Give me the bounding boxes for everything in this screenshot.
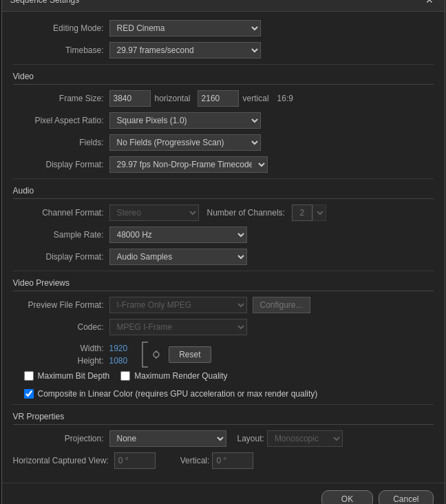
max-bit-depth-label: Maximum Bit Depth <box>38 371 110 381</box>
editing-mode-row: Editing Mode: RED Cinema <box>13 20 434 36</box>
layout-select[interactable]: Monoscopic <box>267 430 343 447</box>
preview-width-label: Width: <box>13 344 109 353</box>
audio-separator <box>13 178 434 179</box>
width-height-group: Width: 1920 Height: 1080 Rese <box>13 341 434 368</box>
preview-file-format-row: Preview File Format: I-Frame Only MPEG C… <box>13 297 434 313</box>
timebase-row: Timebase: 29.97 frames/second <box>13 42 434 59</box>
dialog-buttons: OK Cancel <box>2 483 445 504</box>
preview-height-value: 1080 <box>109 356 128 366</box>
max-render-quality-checkbox[interactable] <box>120 371 130 381</box>
horizontal-label: horizontal <box>155 94 191 103</box>
close-button[interactable]: ✕ <box>423 0 436 6</box>
preview-width-row: Width: 1920 <box>13 344 128 353</box>
ok-button[interactable]: OK <box>321 490 373 504</box>
frame-width-input[interactable]: 3840 <box>109 90 151 107</box>
link-icon <box>152 350 160 359</box>
preview-file-format-label: Preview File Format: <box>13 300 109 310</box>
sample-rate-select[interactable]: 48000 Hz <box>109 227 247 243</box>
pixel-aspect-ratio-row: Pixel Aspect Ratio: Square Pixels (1.0) <box>13 112 434 129</box>
projection-label: Projection: <box>13 434 109 443</box>
composite-linear-checkbox[interactable] <box>24 389 34 399</box>
video-previews-separator <box>13 271 434 271</box>
vertical-captured-label: Vertical: <box>180 456 210 465</box>
num-channels-label: Number of Channels: <box>207 208 285 218</box>
video-separator <box>13 64 434 65</box>
codec-label: Codec: <box>13 322 109 332</box>
timebase-select[interactable]: 29.97 frames/second <box>109 42 261 59</box>
captured-view-row: Horizontal Captured View: Vertical: <box>13 452 434 469</box>
video-section-header: Video <box>13 72 434 85</box>
composite-linear-row: Composite in Linear Color (requires GPU … <box>24 389 434 399</box>
codec-row: Codec: MPEG I-Frame <box>13 319 434 335</box>
projection-select[interactable]: None <box>109 430 226 447</box>
codec-select[interactable]: MPEG I-Frame <box>109 319 247 335</box>
channel-format-label: Channel Format: <box>13 208 109 218</box>
bracket-icon <box>136 341 149 368</box>
channels-value-input <box>292 204 312 221</box>
preview-width-value: 1920 <box>109 344 128 353</box>
configure-button[interactable]: Configure... <box>253 297 310 313</box>
composite-linear-label: Composite in Linear Color (requires GPU … <box>38 389 318 399</box>
reset-button[interactable]: Reset <box>169 346 211 363</box>
horizontal-captured-input[interactable] <box>114 452 156 469</box>
pixel-aspect-ratio-label: Pixel Aspect Ratio: <box>13 116 109 125</box>
bracket-area <box>136 341 160 368</box>
cancel-button[interactable]: Cancel <box>379 490 433 504</box>
display-format-video-row: Display Format: 29.97 fps Non-Drop-Frame… <box>13 156 434 173</box>
pixel-aspect-ratio-select[interactable]: Square Pixels (1.0) <box>109 112 261 129</box>
channel-format-row: Channel Format: Stereo Number of Channel… <box>13 204 434 221</box>
sample-rate-row: Sample Rate: 48000 Hz <box>13 227 434 243</box>
video-previews-section-header: Video Previews <box>13 278 434 291</box>
channel-format-select[interactable]: Stereo <box>109 204 199 221</box>
svg-point-0 <box>153 352 159 357</box>
editing-mode-select[interactable]: RED Cinema <box>109 20 261 36</box>
dialog-title: Sequence Settings <box>10 0 80 5</box>
fields-select[interactable]: No Fields (Progressive Scan) <box>109 134 261 151</box>
max-render-quality-row: Maximum Render Quality <box>120 371 227 381</box>
frame-height-input[interactable]: 2160 <box>198 90 239 107</box>
frame-size-row: Frame Size: 3840 horizontal 2160 vertica… <box>13 90 434 107</box>
channels-arrow[interactable] <box>312 204 326 221</box>
preview-file-format-select[interactable]: I-Frame Only MPEG <box>109 297 247 313</box>
aspect-ratio-label: 16:9 <box>277 94 293 103</box>
projection-row: Projection: None Layout: Monoscopic <box>13 430 434 447</box>
vr-separator <box>13 404 434 405</box>
frame-size-inputs: 3840 horizontal 2160 vertical 16:9 <box>109 90 293 107</box>
sequence-settings-dialog: Sequence Settings ✕ Editing Mode: RED Ci… <box>1 0 445 504</box>
display-format-audio-label: Display Format: <box>13 252 109 262</box>
vertical-label: vertical <box>243 94 269 103</box>
display-format-video-label: Display Format: <box>13 160 109 169</box>
layout-label: Layout: <box>237 434 264 443</box>
audio-section-header: Audio <box>13 186 434 199</box>
display-format-video-select[interactable]: 29.97 fps Non-Drop-Frame Timecode <box>109 156 268 173</box>
horizontal-captured-label: Horizontal Captured View: <box>13 456 114 465</box>
max-render-quality-label: Maximum Render Quality <box>134 371 227 381</box>
timebase-label: Timebase: <box>13 45 109 55</box>
frame-size-label: Frame Size: <box>13 94 109 103</box>
preview-height-row: Height: 1080 <box>13 356 128 366</box>
display-format-audio-row: Display Format: Audio Samples <box>13 249 434 265</box>
fields-label: Fields: <box>13 138 109 147</box>
display-format-audio-select[interactable]: Audio Samples <box>109 249 247 265</box>
vr-section-header: VR Properties <box>13 412 434 425</box>
vertical-captured-input[interactable] <box>212 452 253 469</box>
preview-height-label: Height: <box>13 356 109 366</box>
wh-inputs: Width: 1920 Height: 1080 <box>13 344 128 366</box>
editing-mode-label: Editing Mode: <box>13 23 109 33</box>
fields-row: Fields: No Fields (Progressive Scan) <box>13 134 434 151</box>
max-bit-depth-checkbox[interactable] <box>24 371 34 381</box>
dialog-content: Editing Mode: RED Cinema Timebase: 29.97… <box>2 12 445 483</box>
checkbox-group-1: Maximum Bit Depth Maximum Render Quality <box>24 371 434 385</box>
title-bar: Sequence Settings ✕ <box>2 0 445 12</box>
sample-rate-label: Sample Rate: <box>13 230 109 240</box>
max-bit-depth-row: Maximum Bit Depth <box>24 371 110 381</box>
